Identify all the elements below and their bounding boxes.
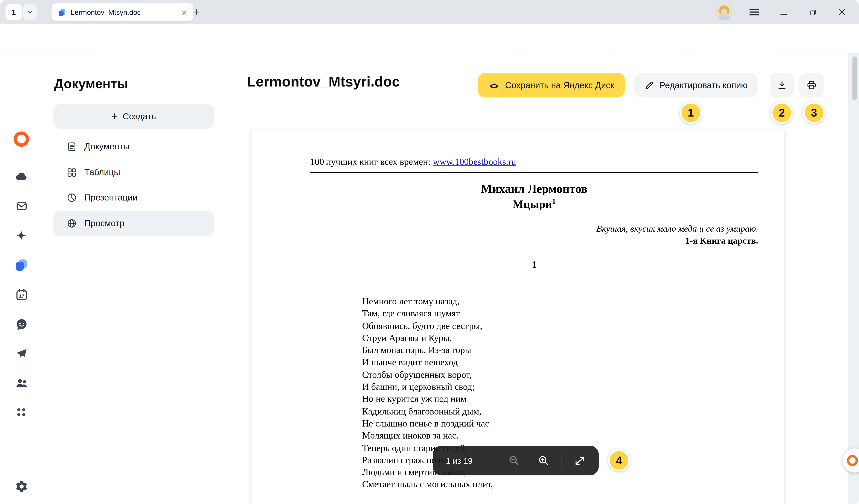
browser-window: 1 Lermontov_Mtsyri.doc + [0,0,859,504]
footnote-marker: 1 [552,197,556,205]
fullscreen-button[interactable] [574,455,586,467]
create-label: Создать [123,111,156,121]
callout-4: 4 [608,449,630,471]
sidebar-item-documents[interactable]: Документы [53,134,214,159]
browser-toolbar: Я docs.yandex.ru Lermontov_Mtsyri.doc - … [0,24,859,53]
poem-line: Немного лет тому назад, [362,296,758,308]
gear-icon [15,479,28,493]
paper-plane-icon [15,347,28,360]
calendar-icon: 17 [15,288,28,302]
settings-button[interactable] [10,475,32,497]
printer-icon [807,80,817,90]
scrollbar-track[interactable] [848,53,859,504]
poem-line: Сметает пыль с могильных плит, [362,479,758,491]
yandex-start-button[interactable] [10,128,32,150]
save-to-disk-button[interactable]: Сохранить на Яндекс Диск [478,73,625,97]
minimize-button[interactable] [776,4,792,20]
poem-line: Молящих иноков за нас. [362,430,758,442]
messenger-icon [15,317,28,331]
document-favicon [58,8,66,17]
browser-menu-button[interactable] [746,4,763,20]
edit-copy-label: Редактировать копию [660,80,748,90]
mail-button[interactable] [10,195,32,217]
svg-text:17: 17 [19,293,24,299]
viewer-print-button[interactable] [799,73,824,97]
calendar-button[interactable]: 17 [10,284,32,305]
save-to-disk-label: Сохранить на Яндекс Диск [505,80,614,90]
page-indicator: 1 из 19 [446,456,473,465]
close-icon [838,8,846,16]
pie-chart-icon [66,192,77,203]
section-number: 1 [310,260,758,271]
main-content: Lermontov_Mtsyri.doc Сохранить на Яндекс… [225,53,848,504]
tab-close-icon[interactable] [179,7,189,17]
documents-blue-icon [14,258,28,272]
header-link[interactable]: www.100bestbooks.ru [433,157,516,167]
tab-strip: 1 Lermontov_Mtsyri.doc + [0,0,859,24]
app-title: Документы [54,76,128,91]
toolbar-divider [561,454,562,467]
tab-list-button[interactable] [23,4,37,20]
browser-sidebar: 17 [0,53,43,504]
sidebar-item-label: Просмотр [85,218,124,228]
edit-copy-button[interactable]: Редактировать копию [634,73,757,97]
sidebar-item-tables[interactable]: Таблицы [53,160,214,185]
chevron-down-icon [27,9,33,15]
callout-3: 3 [803,102,825,124]
poem-line: Струи Арагвы и Куры, [362,332,758,345]
grid-dots-icon [15,406,28,419]
download-icon [777,80,787,90]
sidebar-item-label: Документы [85,142,130,152]
tables-icon [66,167,77,178]
disk-cloud-button[interactable] [10,165,32,187]
tab-counter[interactable]: 1 [5,4,22,20]
poem-line: Кадильниц благовонный дым, [362,406,758,418]
poem-line: И нынче видит пешеход [362,357,758,369]
yandex-start-icon [13,131,30,148]
cloud-icon [15,170,28,183]
document-icon [66,141,77,152]
tab-title: Lermontov_Mtsyri.doc [71,8,175,16]
pencil-icon [644,80,654,90]
all-services-button[interactable] [10,401,32,423]
minimize-icon [780,8,788,16]
messenger-button[interactable] [10,313,32,335]
poem-line: Но не курится уж под ним [362,394,758,406]
documents-sidebar: Документы + Создать Документы Таблицы Пр… [43,53,225,504]
hamburger-icon [750,8,759,16]
close-window-button[interactable] [834,4,850,20]
header-text: 100 лучших книг всех времен: [310,157,433,167]
zoom-out-button[interactable] [508,454,520,467]
viewer-download-button[interactable] [770,73,794,97]
telegram-button[interactable] [10,343,32,365]
poem-line: И башни, и церковный свод; [362,381,758,394]
contacts-button[interactable] [10,372,32,394]
plus-icon: + [111,110,118,123]
epigraph-source: 1-я Книга царств. [310,235,758,246]
poem-line: Столбы обрушенных ворот, [362,369,758,381]
sidebar-item-label: Презентации [85,193,137,203]
callout-2: 2 [771,102,793,124]
restore-window-icon [809,8,817,16]
sidebar-item-view[interactable]: Просмотр [53,211,214,236]
create-button[interactable]: + Создать [53,104,214,129]
document-author: Михаил Лермонтов [310,182,758,196]
tab-lermontov[interactable]: Lermontov_Mtsyri.doc [51,3,194,21]
document-header: 100 лучших книг всех времен: www.100best… [310,157,758,173]
profile-avatar[interactable] [716,4,733,20]
zen-button[interactable] [10,225,32,246]
new-tab-button[interactable]: + [190,5,204,19]
zoom-in-button[interactable] [538,454,549,467]
restore-button[interactable] [805,4,821,20]
yandex-disk-icon [488,80,499,91]
globe-icon [66,218,77,229]
poem-line: Не слышно пенье в поздний час [362,418,758,430]
sidebar-item-label: Таблицы [85,168,120,178]
sidebar-item-presentations[interactable]: Презентации [53,185,214,210]
epigraph: Вкушая, вкусих мало меда и се аз умираю. [310,224,758,234]
mail-icon [15,200,28,212]
documents-app-button[interactable] [10,254,32,276]
scrollbar-thumb[interactable] [852,57,857,100]
document-name: Мцыри1 [310,197,758,211]
poem-line: Обнявшись, будто две сестры, [362,320,758,332]
